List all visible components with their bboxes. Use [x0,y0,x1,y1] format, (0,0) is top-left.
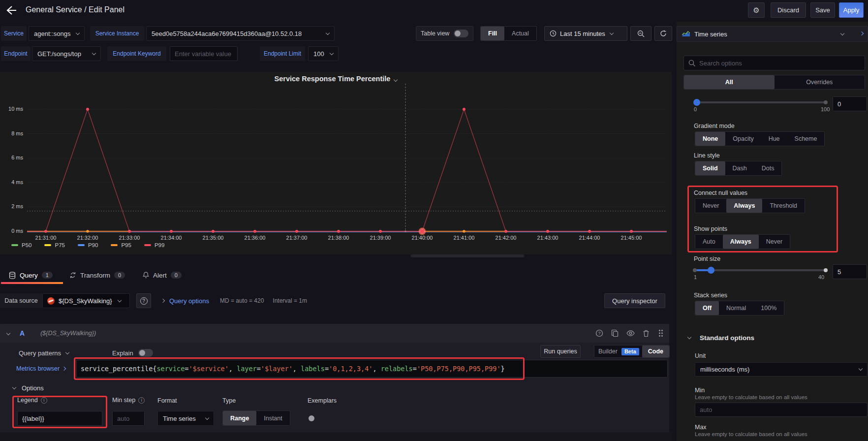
tab-transform[interactable]: Transform 0 [69,272,125,279]
query-patterns-dropdown[interactable]: Query patterns [19,347,69,358]
chart-canvas[interactable] [0,72,672,254]
metrics-browser-link[interactable]: Metrics browser [16,363,65,374]
options-view-tabs-option-all[interactable]: All [684,75,775,89]
options-header: Options [22,384,44,392]
query-row-a-header[interactable]: A (${DS_SkyWalking}) ? [0,324,669,343]
save-button[interactable]: Save [810,2,835,18]
format-field-label: Format [157,397,177,404]
show-points-group-option-never[interactable]: Never [759,235,790,249]
slider-handle[interactable] [708,267,714,274]
legend-input[interactable]: {{label}} [17,411,102,426]
explain-toggle[interactable] [138,349,153,357]
zoom-out-button[interactable] [630,26,651,41]
slider-handle[interactable] [693,99,700,106]
gradient-mode-group-option-scheme[interactable]: Scheme [787,132,825,146]
gradient-mode-group-option-none[interactable]: None [695,132,725,146]
point-size-value[interactable]: 5 [833,264,867,279]
query-inspector-button[interactable]: Query inspector [604,293,665,308]
options-collapse[interactable]: Options [9,383,44,393]
discard-button[interactable]: Discard [771,2,806,18]
legend-item-p95[interactable]: P95 [111,242,131,248]
tab-query[interactable]: Query 1 [9,272,53,279]
legend-item-p99[interactable]: P99 [144,242,164,248]
connect-nulls-group-option-always[interactable]: Always [726,199,762,213]
show-points-group: AutoAlwaysNever [695,234,790,249]
viz-type-select[interactable]: Time series [677,26,868,42]
width-slider[interactable] [694,101,827,103]
search-options-box[interactable]: Search options [683,56,865,70]
stack-series-group-option-normal[interactable]: Normal [719,301,753,315]
min-input[interactable]: auto [695,403,868,417]
service-select[interactable]: agent::songs [29,26,85,41]
stack-series-label: Stack series [694,292,727,299]
query-options-row[interactable]: Query options MD = auto = 420 Interval =… [158,293,307,308]
gradient-mode-group-option-hue[interactable]: Hue [761,132,787,146]
type-group-option-instant[interactable]: Instant [256,411,290,425]
panel-resize-handle[interactable] [411,254,524,257]
duplicate-query-icon[interactable] [611,329,619,337]
builder-mode-option[interactable]: Builder [594,348,621,355]
chevron-down-icon [840,31,844,35]
alert-count-badge: 0 [171,272,182,279]
y-axis-label: 8 ms [0,130,23,136]
view-mode-group-option-actual[interactable]: Actual [504,27,536,40]
show-points-group-option-always[interactable]: Always [723,235,759,249]
y-axis-label: 2 ms [0,203,23,209]
point-size-slider[interactable] [694,269,827,271]
apply-button[interactable]: Apply [839,2,864,18]
min-step-input[interactable]: auto [112,411,145,426]
gradient-mode-group-option-opacity[interactable]: Opacity [725,132,761,146]
beta-badge: Beta [621,348,639,355]
endpoint-keyword-input[interactable]: Enter variable value [170,46,238,61]
stack-series-group-option-off[interactable]: Off [695,301,719,315]
delete-query-icon[interactable] [643,330,650,337]
unit-select[interactable]: milliseconds (ms) [695,362,868,377]
code-mode-option[interactable]: Code [642,346,669,357]
line-style-group-option-solid[interactable]: Solid [695,161,725,175]
legend-item-p50[interactable]: P50 [11,242,31,248]
datasource-select[interactable]: ${DS_SkyWalking} [42,293,130,308]
standard-options-collapse[interactable]: Standard options [684,333,754,343]
datasource-help-button[interactable]: ? [136,293,151,308]
panel-settings-button[interactable]: ⚙ [748,2,765,18]
format-select[interactable]: Time series [157,411,214,426]
drag-handle-icon[interactable] [658,329,663,337]
connect-nulls-group-option-never[interactable]: Never [695,199,726,213]
stack-series-group-option-100-[interactable]: 100% [753,301,784,315]
run-queries-button[interactable]: Run queries [540,345,581,358]
width-slider-value[interactable]: 0 [833,96,867,111]
chevron-down-icon [326,31,330,34]
chart-panel: Service Response Time Percentile 0 ms2 m… [0,72,672,254]
service-instance-select[interactable]: 5eed0e5758a244aca6e7699415d360aa@10.52.0… [146,26,335,41]
connect-nulls-group-option-threshold[interactable]: Threshold [762,199,805,213]
show-points-group-option-auto[interactable]: Auto [695,235,723,249]
options-sidebar: Time series Search options AllOverrides … [677,22,868,441]
endpoint-limit-select[interactable]: 100 [308,46,339,61]
explain-control: Explain [112,347,153,358]
gradient-mode-group: NoneOpacityHueScheme [695,131,825,146]
query-help-icon[interactable]: ? [595,329,603,337]
legend-item-p75[interactable]: P75 [44,242,64,248]
y-axis-label: 0 ms [0,228,23,234]
query-options-link[interactable]: Query options [169,297,209,305]
help-icon: ? [140,297,148,305]
page-title: General Service / Edit Panel [26,5,124,14]
hide-query-icon[interactable] [626,330,635,337]
table-view-toggle[interactable] [454,30,468,37]
legend-item-p90[interactable]: P90 [78,242,98,248]
query-code-field[interactable]: service_percentile{service='$service', l… [76,360,668,378]
type-group-option-range[interactable]: Range [223,411,256,425]
header-bar: General Service / Edit Panel ⚙ Discard S… [0,0,868,22]
options-view-tabs-option-overrides[interactable]: Overrides [775,75,865,89]
refresh-button[interactable] [654,26,672,41]
endpoint-select[interactable]: GET:/songs/top [32,46,101,61]
line-style-group-option-dash[interactable]: Dash [725,161,754,175]
y-axis: 0 ms2 ms4 ms6 ms8 ms10 ms [0,72,23,254]
line-style-group-option-dots[interactable]: Dots [754,161,782,175]
back-button[interactable] [5,5,17,16]
view-mode-group-option-fill[interactable]: Fill [481,27,504,40]
time-range-picker[interactable]: Last 15 minutes [544,26,627,41]
tab-alert[interactable]: Alert 0 [143,272,182,279]
chevron-right-icon [62,367,66,371]
point-size-min: 1 [694,274,697,280]
